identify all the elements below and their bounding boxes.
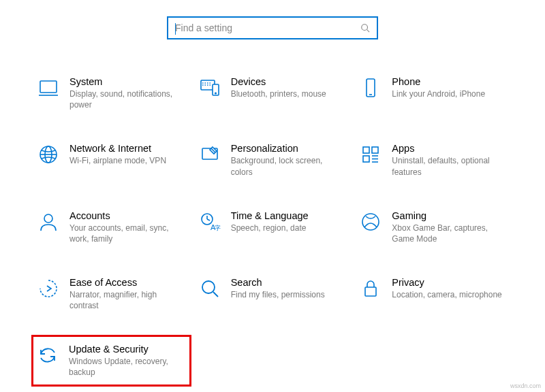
tile-desc: Background, lock screen, colors bbox=[231, 155, 347, 177]
tile-title: Privacy bbox=[392, 277, 501, 288]
tile-desc: Uninstall, defaults, optional features bbox=[392, 155, 508, 177]
svg-point-6 bbox=[215, 93, 216, 94]
search-bar-container bbox=[0, 0, 545, 53]
search-icon bbox=[360, 23, 370, 33]
tile-desc: Location, camera, microphone bbox=[392, 289, 501, 300]
tile-phone[interactable]: Phone Link your Android, iPhone bbox=[356, 74, 511, 113]
tile-desc: Windows Update, recovery, backup bbox=[69, 356, 185, 378]
tile-time-language[interactable]: A 字 Time & Language Speech, region, date bbox=[196, 208, 350, 247]
svg-rect-18 bbox=[363, 156, 369, 162]
system-icon bbox=[37, 76, 60, 99]
time-language-icon: A 字 bbox=[198, 210, 221, 233]
lock-icon bbox=[359, 277, 382, 300]
tile-desc: Wi-Fi, airplane mode, VPN bbox=[69, 155, 166, 166]
sync-icon bbox=[36, 344, 59, 367]
tile-system[interactable]: System Display, sound, notifications, po… bbox=[34, 74, 189, 113]
tile-desc: Find my files, permissions bbox=[231, 289, 325, 300]
svg-point-0 bbox=[362, 24, 368, 31]
tile-ease-of-access[interactable]: Ease of Access Narrator, magnifier, high… bbox=[34, 274, 189, 314]
tile-title: Phone bbox=[392, 76, 485, 87]
tile-title: Ease of Access bbox=[69, 277, 185, 288]
tile-desc: Link your Android, iPhone bbox=[392, 88, 485, 99]
svg-point-29 bbox=[202, 281, 215, 293]
tile-title: Personalization bbox=[231, 143, 347, 154]
tile-desc: Narrator, magnifier, high contrast bbox=[69, 289, 185, 311]
ease-icon bbox=[37, 277, 60, 300]
tile-desc: Your accounts, email, sync, work, family bbox=[69, 223, 185, 244]
svg-line-25 bbox=[207, 219, 210, 220]
tile-desc: Display, sound, notifications, power bbox=[69, 88, 185, 110]
tile-desc: Xbox Game Bar, captures, Game Mode bbox=[392, 223, 508, 244]
svg-rect-17 bbox=[372, 147, 378, 153]
search-box[interactable] bbox=[167, 16, 378, 39]
svg-rect-9 bbox=[367, 79, 375, 97]
tile-desc: Speech, region, date bbox=[231, 223, 309, 233]
tile-title: Accounts bbox=[69, 210, 185, 221]
tile-personalization[interactable]: Personalization Background, lock screen,… bbox=[196, 140, 350, 180]
svg-rect-31 bbox=[365, 287, 376, 296]
phone-icon bbox=[359, 76, 382, 99]
devices-icon bbox=[198, 76, 221, 99]
tile-privacy[interactable]: Privacy Location, camera, microphone bbox=[356, 274, 511, 314]
tile-title: Update & Security bbox=[69, 344, 185, 355]
text-caret bbox=[175, 23, 176, 35]
tile-desc: Bluetooth, printers, mouse bbox=[231, 88, 326, 99]
tile-search[interactable]: Search Find my files, permissions bbox=[196, 274, 350, 314]
tile-title: Devices bbox=[231, 76, 326, 87]
search-category-icon bbox=[198, 277, 221, 300]
tile-title: Search bbox=[231, 277, 325, 288]
watermark: wsxdn.com bbox=[510, 382, 541, 389]
svg-line-1 bbox=[367, 30, 370, 33]
svg-point-22 bbox=[44, 214, 52, 223]
settings-grid: System Display, sound, notifications, po… bbox=[0, 53, 545, 380]
tile-update-security[interactable]: Update & Security Windows Update, recove… bbox=[31, 335, 191, 387]
xbox-icon bbox=[359, 210, 382, 233]
tile-title: Gaming bbox=[392, 210, 508, 221]
tile-gaming[interactable]: Gaming Xbox Game Bar, captures, Game Mod… bbox=[356, 208, 511, 247]
tile-title: Network & Internet bbox=[69, 143, 166, 154]
tile-accounts[interactable]: Accounts Your accounts, email, sync, wor… bbox=[34, 208, 189, 247]
apps-icon bbox=[359, 143, 382, 166]
tile-devices[interactable]: Devices Bluetooth, printers, mouse bbox=[196, 74, 350, 113]
tile-title: Time & Language bbox=[231, 210, 309, 221]
svg-text:字: 字 bbox=[215, 225, 221, 231]
tile-apps[interactable]: Apps Uninstall, defaults, optional featu… bbox=[356, 140, 511, 180]
svg-rect-16 bbox=[363, 147, 369, 153]
tile-title: Apps bbox=[392, 143, 508, 154]
tile-network[interactable]: Network & Internet Wi-Fi, airplane mode,… bbox=[34, 140, 189, 180]
paint-icon bbox=[198, 143, 221, 166]
search-input[interactable] bbox=[175, 22, 360, 33]
person-icon bbox=[37, 210, 60, 233]
globe-icon bbox=[37, 143, 60, 166]
svg-rect-2 bbox=[40, 81, 57, 93]
tile-title: System bbox=[69, 76, 185, 87]
svg-line-30 bbox=[213, 292, 218, 297]
